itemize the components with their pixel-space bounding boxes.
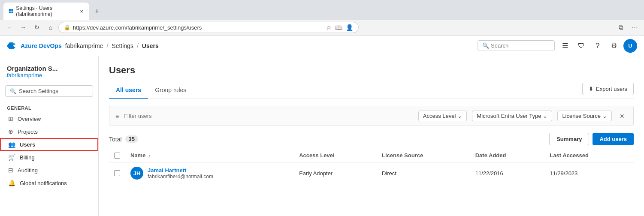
table-controls: Total 35 Summary Add users: [109, 133, 634, 145]
users-icon: 👥: [8, 141, 15, 148]
shield-icon[interactable]: 🛡: [574, 39, 588, 53]
app-name: Azure DevOps: [21, 42, 62, 49]
sidebar-item-label-auditing: Auditing: [18, 167, 38, 174]
forward-btn[interactable]: →: [17, 21, 29, 33]
last-accessed-cell: 11/29/2023: [544, 162, 634, 184]
app-logo[interactable]: Azure DevOps: [7, 41, 62, 51]
sidebar-search-label: Search Settings: [19, 88, 58, 94]
browser-chrome: Settings · Users (fabrikamprime) ✕ + ← →…: [0, 0, 644, 36]
total-count-badge: 35: [125, 135, 138, 143]
lock-icon: 🔒: [64, 24, 70, 30]
profile-icon[interactable]: 👤: [346, 24, 353, 31]
devops-logo-icon: [7, 41, 17, 51]
chevron-down-icon-2: ⌄: [543, 113, 547, 119]
help-icon[interactable]: ?: [591, 39, 605, 53]
more-icon[interactable]: ⋯: [629, 21, 641, 33]
name-col-header[interactable]: Name ↑: [125, 149, 294, 162]
table-header-row: Name ↑ Access Level License Source Date …: [109, 149, 634, 162]
home-btn[interactable]: ⌂: [45, 21, 57, 33]
new-tab-btn[interactable]: +: [91, 5, 103, 17]
user-cell: JH Jamal Hartnett fabrikamfiber4@hotmail…: [130, 167, 289, 180]
sidebar-item-overview[interactable]: ⊞ Overview: [0, 112, 98, 125]
sidebar-item-billing[interactable]: 🛒 Billing: [0, 151, 98, 164]
sidebar-item-global-notifications[interactable]: 🔔 Global notifications: [0, 177, 98, 189]
global-search-box[interactable]: 🔍: [478, 40, 555, 51]
access-level-cell: Early Adopter: [294, 162, 377, 184]
overview-icon: ⊞: [8, 115, 13, 122]
url-text: https://dev.azure.com/fabrikamprime/_set…: [73, 24, 324, 31]
org-breadcrumb[interactable]: fabrikamprime: [65, 42, 103, 49]
sidebar-item-label-users: Users: [20, 141, 35, 148]
tab-group-rules[interactable]: Group rules: [148, 83, 193, 99]
sidebar-org-name: Organization S...: [7, 65, 91, 72]
user-display-name[interactable]: Jamal Hartnett: [148, 167, 213, 174]
address-bar[interactable]: 🔒 https://dev.azure.com/fabrikamprime/_s…: [58, 22, 359, 33]
sidebar-item-users[interactable]: 👥 Users: [0, 138, 98, 151]
sidebar-item-projects[interactable]: ⊕ Projects: [0, 125, 98, 138]
settings-breadcrumb[interactable]: Settings: [112, 42, 133, 49]
row-checkbox[interactable]: [114, 170, 120, 176]
add-users-btn[interactable]: Add users: [593, 133, 634, 145]
nav-bar: ← → ↻ ⌂ 🔒 https://dev.azure.com/fabrikam…: [0, 20, 644, 35]
back-btn[interactable]: ←: [3, 21, 15, 33]
summary-btn[interactable]: Summary: [549, 133, 589, 145]
avatar[interactable]: U: [623, 39, 637, 53]
refresh-btn[interactable]: ↻: [31, 21, 43, 33]
auditing-icon: ⊟: [8, 167, 13, 174]
name-sort-icon: ↑: [148, 153, 151, 158]
nav-extra-icons: ⧉ ⋯: [615, 21, 641, 33]
billing-icon: 🛒: [8, 154, 15, 161]
license-source-dropdown[interactable]: License Source ⌄: [557, 111, 612, 121]
menu-icon[interactable]: ☰: [558, 39, 572, 53]
main-layout: Organization S... fabrikamprime 🔍 Search…: [0, 56, 644, 216]
table-row: JH Jamal Hartnett fabrikamfiber4@hotmail…: [109, 162, 634, 184]
sidebar-item-label-notifications: Global notifications: [20, 180, 67, 186]
access-level-dropdown[interactable]: Access Level ⌄: [418, 111, 467, 121]
tab-all-users[interactable]: All users: [109, 83, 148, 99]
svg-rect-2: [9, 12, 11, 13]
access-level-col-header[interactable]: Access Level: [294, 149, 377, 162]
bookmark-icon[interactable]: ☆: [326, 24, 332, 31]
projects-icon: ⊕: [8, 128, 13, 135]
select-all-col: [109, 149, 125, 162]
sidebar-item-label-projects: Projects: [18, 129, 38, 135]
export-users-btn[interactable]: ⬇ Export users: [582, 83, 634, 95]
app-header: Azure DevOps fabrikamprime / Settings / …: [0, 36, 644, 56]
svg-rect-0: [9, 9, 11, 11]
user-name-cell: JH Jamal Hartnett fabrikamfiber4@hotmail…: [125, 162, 294, 184]
search-input[interactable]: [491, 42, 542, 49]
address-bar-icons: ☆ 📖 👤: [326, 24, 353, 31]
search-icon: 🔍: [482, 42, 489, 49]
license-source-col-header[interactable]: License Source: [377, 149, 470, 162]
users-breadcrumb[interactable]: Users: [142, 42, 159, 49]
active-tab[interactable]: Settings · Users (fabrikamprime) ✕: [3, 3, 89, 20]
tab-bar: Settings · Users (fabrikamprime) ✕ +: [0, 0, 644, 20]
last-accessed-col-header[interactable]: Last Accessed: [544, 149, 634, 162]
collections-icon[interactable]: ⧉: [615, 21, 627, 33]
user-info: Jamal Hartnett fabrikamfiber4@hotmail.co…: [148, 167, 213, 180]
sidebar-item-auditing[interactable]: ⊟ Auditing: [0, 164, 98, 177]
row-select-cell: [109, 162, 125, 184]
sidebar-org: Organization S... fabrikamprime: [0, 61, 98, 84]
user-email: fabrikamfiber4@hotmail.com: [148, 174, 213, 180]
sidebar-general-section: General: [0, 102, 98, 112]
svg-rect-1: [11, 9, 13, 11]
filter-close-btn[interactable]: ✕: [617, 111, 627, 121]
ms-entra-user-type-dropdown[interactable]: Microsoft Entra User Type ⌄: [472, 111, 552, 121]
select-all-checkbox[interactable]: [114, 153, 120, 159]
breadcrumb-sep-1: /: [106, 42, 108, 49]
reader-icon[interactable]: 📖: [335, 24, 342, 31]
filter-users-input[interactable]: [124, 113, 413, 119]
license-source-cell: Direct: [377, 162, 470, 184]
tab-close-btn[interactable]: ✕: [79, 8, 84, 15]
date-added-col-header[interactable]: Date Added: [470, 149, 545, 162]
user-avatar: JH: [130, 167, 143, 180]
export-icon: ⬇: [589, 86, 593, 92]
total-label: Total: [109, 136, 122, 143]
settings-icon[interactable]: ⚙: [607, 39, 621, 53]
sidebar-org-sub: fabrikamprime: [7, 72, 91, 78]
sidebar-item-label-billing: Billing: [20, 154, 35, 161]
tab-favicon: [9, 8, 13, 14]
sidebar-search-box[interactable]: 🔍 Search Settings: [5, 85, 93, 97]
sidebar-search-icon: 🔍: [10, 88, 16, 94]
